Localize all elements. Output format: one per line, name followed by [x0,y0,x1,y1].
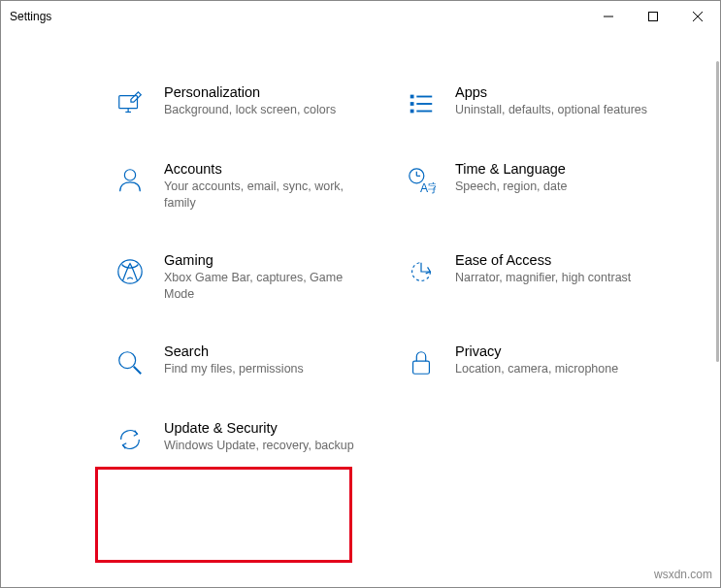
tile-desc: Xbox Game Bar, captures, Game Mode [164,270,366,303]
accounts-icon [114,164,147,197]
tile-title: Update & Security [164,420,366,436]
tile-title: Apps [455,84,657,100]
window-title: Settings [10,10,51,23]
tile-title: Personalization [164,84,366,100]
tile-personalization[interactable]: Personalization Background, lock screen,… [114,84,366,120]
tile-desc: Background, lock screen, colors [164,102,366,118]
svg-rect-1 [649,13,658,21]
tile-gaming[interactable]: Gaming Xbox Game Bar, captures, Game Mod… [114,252,366,303]
personalization-icon [114,87,147,120]
tile-time-language[interactable]: A字 Time & Language Speech, region, date [405,161,657,212]
tile-apps[interactable]: Apps Uninstall, defaults, optional featu… [405,84,657,120]
svg-rect-8 [410,102,414,106]
tile-desc: Uninstall, defaults, optional features [455,102,657,118]
tile-privacy[interactable]: Privacy Location, camera, microphone [405,343,657,379]
tile-desc: Narrator, magnifier, high contrast [455,270,657,286]
svg-line-20 [134,366,142,374]
tile-desc: Windows Update, recovery, backup [164,438,366,454]
settings-grid: Personalization Background, lock screen,… [114,84,691,456]
tile-title: Ease of Access [455,252,657,268]
tile-desc: Speech, region, date [455,179,657,195]
tile-title: Time & Language [455,161,657,177]
tile-title: Privacy [455,343,657,359]
svg-rect-21 [413,361,430,374]
titlebar: Settings [1,1,720,32]
update-security-icon [114,423,147,456]
privacy-icon [405,346,438,379]
tile-desc: Find my files, permissions [164,361,366,377]
maximize-button[interactable] [631,1,675,32]
scrollbar-thumb[interactable] [716,61,719,362]
tile-title: Accounts [164,161,366,177]
svg-point-13 [124,170,135,180]
tile-title: Gaming [164,252,366,268]
svg-rect-9 [410,110,414,114]
tile-desc: Location, camera, microphone [455,361,657,377]
svg-rect-4 [119,96,138,109]
tile-title: Search [164,343,366,359]
tile-search[interactable]: Search Find my files, permissions [114,343,366,379]
ease-of-access-icon [405,255,438,288]
close-button[interactable] [675,1,720,32]
watermark: wsxdn.com [654,568,712,581]
content-area: Personalization Background, lock screen,… [1,32,720,587]
tile-ease-of-access[interactable]: Ease of Access Narrator, magnifier, high… [405,252,657,303]
svg-point-19 [119,351,136,368]
gaming-icon [114,255,147,288]
apps-icon [405,87,438,120]
search-icon [114,346,147,379]
svg-text:A字: A字 [420,181,436,195]
tile-accounts[interactable]: Accounts Your accounts, email, sync, wor… [114,161,366,212]
svg-rect-7 [410,95,414,99]
tile-desc: Your accounts, email, sync, work, family [164,179,366,212]
time-language-icon: A字 [405,164,438,197]
tile-update-security[interactable]: Update & Security Windows Update, recove… [114,420,366,456]
minimize-button[interactable] [586,1,631,32]
